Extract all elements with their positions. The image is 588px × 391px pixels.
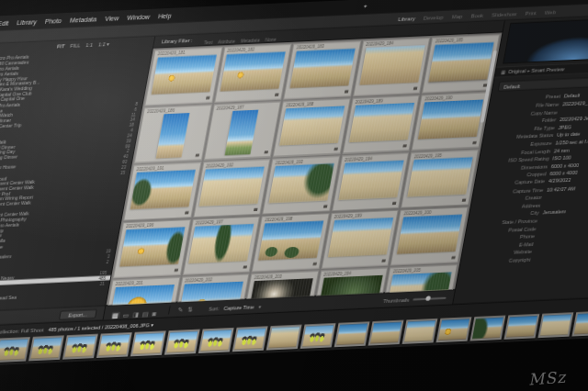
grid-cell[interactable]: 20220429_193 bbox=[262, 156, 340, 215]
filmstrip-thumbnail[interactable] bbox=[537, 312, 573, 338]
filmstrip-thumbnail[interactable] bbox=[164, 330, 200, 355]
menu-item-help[interactable]: Help bbox=[158, 12, 173, 19]
photo-thumbnail bbox=[108, 285, 174, 305]
menu-item-view[interactable]: View bbox=[105, 15, 119, 22]
menu-item-metadata[interactable]: Metadata bbox=[70, 16, 97, 23]
compare-view-icon[interactable]: ◨ bbox=[132, 310, 140, 317]
histogram bbox=[503, 13, 588, 63]
photographer-signature: MSz bbox=[527, 368, 566, 389]
metadata-value: Jerusalem bbox=[542, 209, 566, 216]
menu-item-window[interactable]: Window bbox=[127, 13, 151, 20]
grid-view-icon[interactable]: ▦ bbox=[111, 311, 120, 318]
photo-thumbnail bbox=[155, 113, 189, 159]
filmstrip-thumbnail[interactable] bbox=[0, 337, 30, 363]
navigator-zoom-option[interactable]: 1:1 bbox=[85, 42, 94, 48]
filmstrip-thumbnail[interactable] bbox=[571, 311, 588, 337]
filter-option-none[interactable]: None bbox=[265, 37, 277, 43]
sort-value-dropdown[interactable]: Capture Time bbox=[223, 304, 254, 311]
filmstrip-thumbnail[interactable] bbox=[504, 314, 540, 340]
export-button[interactable]: Export... bbox=[59, 308, 97, 319]
grid-cell[interactable]: 20220429_189 bbox=[342, 95, 420, 154]
grid-cell[interactable]: 20220429_188 bbox=[273, 98, 351, 157]
photo-thumbnail bbox=[258, 221, 323, 261]
collection-count: 60 bbox=[122, 160, 128, 164]
filmstrip-thumbnail[interactable] bbox=[368, 320, 404, 346]
filmstrip-thumbnail[interactable] bbox=[470, 316, 506, 341]
thumbnail-size-slider[interactable] bbox=[413, 296, 446, 300]
filmstrip-thumbnail[interactable] bbox=[334, 321, 370, 347]
filmstrip-thumbnail[interactable] bbox=[198, 328, 234, 353]
navigator-zoom-option[interactable]: FIT bbox=[57, 43, 65, 49]
center-column: Library Filter : TextAttributeMetadataNo… bbox=[104, 20, 504, 319]
metadata-value: 10:42:07 AM bbox=[547, 185, 576, 192]
grid-cell[interactable]: 20220429_194 bbox=[332, 152, 410, 211]
photo-thumbnail bbox=[119, 227, 185, 266]
photo-thumbnail bbox=[348, 103, 413, 142]
painter-icon[interactable]: ✎ bbox=[177, 307, 184, 313]
thumbnails-slider-group: Thumbnails bbox=[383, 295, 447, 303]
menu-item-edit[interactable]: Edit bbox=[0, 19, 9, 27]
grid-cell[interactable]: 20220429_190 bbox=[412, 92, 490, 151]
filmstrip-thumbnail[interactable] bbox=[232, 326, 268, 352]
module-tab-book[interactable]: Book bbox=[470, 12, 484, 18]
collection-count: 485 bbox=[98, 275, 106, 280]
metadata-value: 4/29/2022 bbox=[548, 178, 571, 184]
module-tab-print[interactable]: Print bbox=[525, 9, 537, 16]
grid-cell[interactable]: 20220429_198 bbox=[252, 213, 330, 272]
filmstrip-thumbnail[interactable] bbox=[130, 330, 166, 356]
menubar-status-icon[interactable]: ✦ bbox=[363, 3, 371, 9]
filmstrip-thumbnail[interactable] bbox=[402, 318, 438, 344]
grid-cell[interactable]: 20220429_186 bbox=[134, 105, 212, 163]
metadata-value[interactable]: Default bbox=[563, 93, 581, 99]
navigator-zoom-option[interactable]: FILL bbox=[70, 42, 81, 49]
filmstrip-thumbnail[interactable] bbox=[266, 325, 302, 351]
grid-cell[interactable]: 20220429_199 bbox=[321, 210, 399, 269]
people-view-icon[interactable]: ◙ bbox=[152, 309, 157, 316]
grid-cell[interactable]: 20220429_195 bbox=[401, 150, 479, 208]
filmstrip-collection-label[interactable]: Collection: Full Shoot bbox=[0, 327, 44, 334]
filmstrip-thumbnail[interactable] bbox=[62, 334, 98, 360]
menu-item-library[interactable]: Library bbox=[17, 18, 38, 26]
collection-count: 40 bbox=[123, 154, 129, 159]
metadata-value: Up to date bbox=[557, 131, 581, 138]
slider-knob[interactable] bbox=[426, 296, 432, 300]
photo-thumbnail bbox=[199, 166, 265, 206]
module-tab-library[interactable]: Library bbox=[398, 15, 415, 21]
grid-cell[interactable]: 20220429_191 bbox=[123, 162, 201, 221]
grid-cell[interactable]: 20220429_187 bbox=[203, 102, 281, 161]
grid-cell[interactable]: 20220429_197 bbox=[182, 217, 260, 275]
loupe-view-icon[interactable]: ▭ bbox=[122, 311, 130, 318]
filmstrip-thumbnail[interactable] bbox=[28, 336, 64, 362]
module-tab-slideshow[interactable]: Slideshow bbox=[492, 10, 517, 17]
filmstrip-thumbnail[interactable] bbox=[96, 332, 132, 358]
menu-item-photo[interactable]: Photo bbox=[44, 17, 62, 25]
collection-count: 24 bbox=[127, 133, 132, 138]
photo-thumbnail bbox=[418, 100, 483, 140]
collection-count: 39 bbox=[126, 139, 131, 143]
survey-view-icon[interactable]: ▤ bbox=[142, 310, 150, 317]
collection-count: 14 bbox=[130, 117, 135, 122]
module-tab-map[interactable]: Map bbox=[451, 13, 463, 19]
navigator-zoom-option[interactable]: 1:2 ▾ bbox=[98, 41, 110, 48]
grid-cell[interactable]: 20220429_184 bbox=[353, 38, 431, 96]
grid-cell[interactable]: 20220429_181 bbox=[144, 47, 222, 106]
grid-cell[interactable]: 20220429_192 bbox=[193, 159, 271, 218]
filmstrip-thumbnail[interactable] bbox=[436, 317, 472, 342]
grid-cell[interactable]: 20220429_201 bbox=[107, 277, 181, 306]
grid-cell[interactable]: 20220429_196 bbox=[113, 219, 191, 278]
grid-cell[interactable]: 20220429_182 bbox=[214, 44, 292, 103]
grid-cell[interactable]: 20220429_200 bbox=[390, 207, 469, 265]
grid-cell[interactable]: 20220429_183 bbox=[283, 41, 361, 100]
toolbar-divider bbox=[168, 306, 171, 314]
metadata-value: JPEG bbox=[558, 124, 571, 130]
filter-option-metadata[interactable]: Metadata bbox=[240, 37, 260, 43]
photo-thumbnail bbox=[220, 51, 286, 91]
filter-option-attribute[interactable]: Attribute bbox=[218, 39, 236, 45]
metadata-label: Copyright bbox=[460, 257, 535, 266]
module-tab-develop[interactable]: Develop bbox=[423, 14, 444, 20]
photo-thumbnail bbox=[338, 161, 403, 200]
filter-option-text[interactable]: Text bbox=[204, 39, 213, 45]
sort-direction-icon[interactable]: ⇅ bbox=[187, 306, 194, 312]
module-tab-web[interactable]: Web bbox=[544, 8, 556, 15]
filmstrip-thumbnail[interactable] bbox=[300, 323, 336, 349]
